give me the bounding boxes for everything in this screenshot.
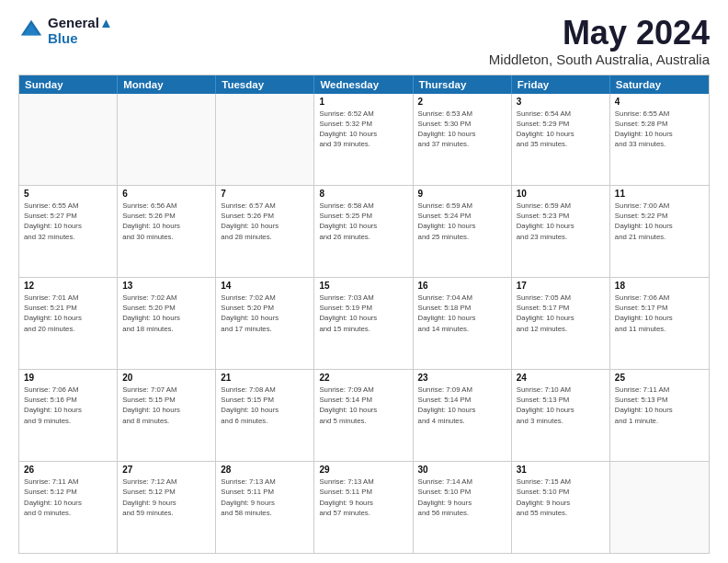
day-number: 29 [319,465,407,475]
day-number: 11 [615,189,704,199]
calendar-day-13: 13Sunrise: 7:02 AM Sunset: 5:20 PM Dayli… [118,278,216,369]
day-info: Sunrise: 7:13 AM Sunset: 5:11 PM Dayligh… [319,477,407,518]
calendar-body: 1Sunrise: 6:52 AM Sunset: 5:32 PM Daylig… [19,94,709,553]
day-info: Sunrise: 6:54 AM Sunset: 5:29 PM Dayligh… [517,109,605,150]
calendar-day-1: 1Sunrise: 6:52 AM Sunset: 5:32 PM Daylig… [314,94,413,185]
calendar-day-18: 18Sunrise: 7:06 AM Sunset: 5:17 PM Dayli… [610,278,709,369]
day-number: 28 [221,465,309,475]
calendar-day-10: 10Sunrise: 6:59 AM Sunset: 5:23 PM Dayli… [512,186,610,277]
day-info: Sunrise: 7:02 AM Sunset: 5:20 PM Dayligh… [221,293,309,334]
day-info: Sunrise: 7:09 AM Sunset: 5:14 PM Dayligh… [319,385,407,426]
calendar-day-4: 4Sunrise: 6:55 AM Sunset: 5:28 PM Daylig… [610,94,709,185]
calendar-day-27: 27Sunrise: 7:12 AM Sunset: 5:12 PM Dayli… [118,462,216,553]
main-title: May 2024 [489,15,710,52]
day-number: 7 [221,189,309,199]
day-number: 24 [517,373,605,383]
calendar-day-7: 7Sunrise: 6:57 AM Sunset: 5:26 PM Daylig… [216,186,314,277]
subtitle: Middleton, South Australia, Australia [489,52,710,67]
day-info: Sunrise: 7:02 AM Sunset: 5:20 PM Dayligh… [122,293,210,334]
header-monday: Monday [118,75,216,94]
page: General▲ Blue May 2024 Middleton, South … [0,0,728,563]
calendar-day-29: 29Sunrise: 7:13 AM Sunset: 5:11 PM Dayli… [314,462,413,553]
day-number: 26 [24,465,112,475]
day-number: 22 [319,373,407,383]
day-info: Sunrise: 7:10 AM Sunset: 5:13 PM Dayligh… [517,385,605,426]
day-number: 10 [517,189,605,199]
calendar-day-31: 31Sunrise: 7:15 AM Sunset: 5:10 PM Dayli… [512,462,610,553]
calendar-day-11: 11Sunrise: 7:00 AM Sunset: 5:22 PM Dayli… [610,186,709,277]
calendar-day-9: 9Sunrise: 6:59 AM Sunset: 5:24 PM Daylig… [414,186,512,277]
calendar-week-4: 19Sunrise: 7:06 AM Sunset: 5:16 PM Dayli… [19,369,709,461]
day-info: Sunrise: 7:04 AM Sunset: 5:18 PM Dayligh… [418,293,506,334]
day-number: 19 [24,373,112,383]
day-number: 20 [122,373,210,383]
calendar-day-empty-0 [19,94,118,185]
day-number: 12 [24,281,112,291]
day-number: 27 [122,465,210,475]
day-info: Sunrise: 7:06 AM Sunset: 5:16 PM Dayligh… [24,385,112,426]
calendar-day-empty-1 [118,94,216,185]
day-info: Sunrise: 7:11 AM Sunset: 5:13 PM Dayligh… [615,385,704,426]
day-info: Sunrise: 7:11 AM Sunset: 5:12 PM Dayligh… [24,477,112,518]
header-friday: Friday [512,75,610,94]
logo-icon [18,17,44,43]
day-number: 23 [418,373,506,383]
calendar-week-3: 12Sunrise: 7:01 AM Sunset: 5:21 PM Dayli… [19,277,709,369]
day-info: Sunrise: 7:14 AM Sunset: 5:10 PM Dayligh… [418,477,506,518]
calendar-day-14: 14Sunrise: 7:02 AM Sunset: 5:20 PM Dayli… [216,278,314,369]
day-info: Sunrise: 7:00 AM Sunset: 5:22 PM Dayligh… [615,201,704,242]
calendar-day-22: 22Sunrise: 7:09 AM Sunset: 5:14 PM Dayli… [314,370,413,461]
calendar-day-5: 5Sunrise: 6:55 AM Sunset: 5:27 PM Daylig… [19,186,118,277]
day-number: 30 [418,465,506,475]
day-info: Sunrise: 6:58 AM Sunset: 5:25 PM Dayligh… [319,201,407,242]
header-wednesday: Wednesday [314,75,413,94]
day-info: Sunrise: 7:01 AM Sunset: 5:21 PM Dayligh… [24,293,112,334]
day-number: 13 [122,281,210,291]
day-info: Sunrise: 7:09 AM Sunset: 5:14 PM Dayligh… [418,385,506,426]
day-number: 21 [221,373,309,383]
day-info: Sunrise: 6:53 AM Sunset: 5:30 PM Dayligh… [418,109,506,150]
calendar-day-8: 8Sunrise: 6:58 AM Sunset: 5:25 PM Daylig… [314,186,413,277]
day-info: Sunrise: 6:55 AM Sunset: 5:27 PM Dayligh… [24,201,112,242]
calendar-day-25: 25Sunrise: 7:11 AM Sunset: 5:13 PM Dayli… [610,370,709,461]
day-number: 8 [319,189,407,199]
calendar: Sunday Monday Tuesday Wednesday Thursday… [18,75,710,554]
day-info: Sunrise: 6:57 AM Sunset: 5:26 PM Dayligh… [221,201,309,242]
day-info: Sunrise: 6:59 AM Sunset: 5:23 PM Dayligh… [517,201,605,242]
calendar-day-20: 20Sunrise: 7:07 AM Sunset: 5:15 PM Dayli… [118,370,216,461]
day-number: 2 [418,97,506,107]
calendar-day-26: 26Sunrise: 7:11 AM Sunset: 5:12 PM Dayli… [19,462,118,553]
header-thursday: Thursday [414,75,512,94]
title-block: May 2024 Middleton, South Australia, Aus… [489,15,710,67]
calendar-week-5: 26Sunrise: 7:11 AM Sunset: 5:12 PM Dayli… [19,461,709,553]
day-number: 16 [418,281,506,291]
day-number: 17 [517,281,605,291]
calendar-day-15: 15Sunrise: 7:03 AM Sunset: 5:19 PM Dayli… [314,278,413,369]
calendar-day-2: 2Sunrise: 6:53 AM Sunset: 5:30 PM Daylig… [414,94,512,185]
day-number: 9 [418,189,506,199]
day-number: 3 [517,97,605,107]
header-saturday: Saturday [610,75,709,94]
calendar-day-17: 17Sunrise: 7:05 AM Sunset: 5:17 PM Dayli… [512,278,610,369]
calendar-day-12: 12Sunrise: 7:01 AM Sunset: 5:21 PM Dayli… [19,278,118,369]
header: General▲ Blue May 2024 Middleton, South … [18,15,710,67]
day-number: 25 [615,373,704,383]
calendar-day-30: 30Sunrise: 7:14 AM Sunset: 5:10 PM Dayli… [414,462,512,553]
header-sunday: Sunday [19,75,118,94]
calendar-day-19: 19Sunrise: 7:06 AM Sunset: 5:16 PM Dayli… [19,370,118,461]
calendar-week-1: 1Sunrise: 6:52 AM Sunset: 5:32 PM Daylig… [19,94,709,185]
calendar-day-16: 16Sunrise: 7:04 AM Sunset: 5:18 PM Dayli… [414,278,512,369]
day-info: Sunrise: 7:08 AM Sunset: 5:15 PM Dayligh… [221,385,309,426]
calendar-day-21: 21Sunrise: 7:08 AM Sunset: 5:15 PM Dayli… [216,370,314,461]
day-info: Sunrise: 6:56 AM Sunset: 5:26 PM Dayligh… [122,201,210,242]
calendar-day-28: 28Sunrise: 7:13 AM Sunset: 5:11 PM Dayli… [216,462,314,553]
day-info: Sunrise: 7:12 AM Sunset: 5:12 PM Dayligh… [122,477,210,518]
calendar-header: Sunday Monday Tuesday Wednesday Thursday… [19,75,709,94]
day-info: Sunrise: 6:52 AM Sunset: 5:32 PM Dayligh… [319,109,407,150]
day-number: 1 [319,97,407,107]
day-number: 18 [615,281,704,291]
day-info: Sunrise: 6:59 AM Sunset: 5:24 PM Dayligh… [418,201,506,242]
day-number: 4 [615,97,704,107]
day-number: 31 [517,465,605,475]
day-info: Sunrise: 7:15 AM Sunset: 5:10 PM Dayligh… [517,477,605,518]
